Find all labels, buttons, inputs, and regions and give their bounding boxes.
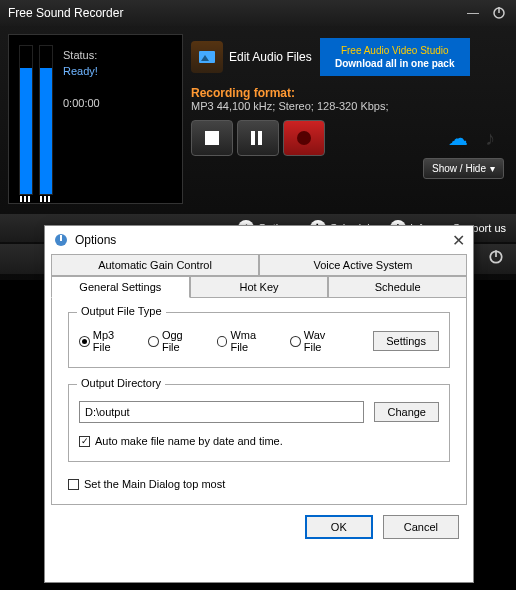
app-title: Free Sound Recorder [8, 6, 123, 20]
radio-mp3[interactable]: Mp3 File [79, 329, 134, 353]
cancel-button[interactable]: Cancel [383, 515, 459, 539]
radio-wma[interactable]: Wma File [217, 329, 276, 353]
promo-line1: Free Audio Video Studio [341, 45, 449, 56]
edit-audio-icon [191, 41, 223, 73]
topmost-checkbox[interactable] [68, 479, 79, 490]
stop-icon [205, 131, 219, 145]
power-button-2[interactable] [488, 249, 508, 269]
radio-icon [79, 336, 90, 347]
svg-rect-7 [60, 235, 62, 241]
pause-icon [251, 131, 265, 145]
radio-icon [290, 336, 301, 347]
cloud-icon[interactable]: ☁ [444, 126, 472, 150]
radio-icon [148, 336, 159, 347]
output-dir-input[interactable] [79, 401, 364, 423]
radio-wav[interactable]: Wav File [290, 329, 345, 353]
promo-line2: Download all in one pack [335, 58, 454, 69]
output-dir-legend: Output Directory [77, 377, 165, 389]
dialog-icon [53, 232, 69, 248]
format-label: Recording format: [191, 86, 504, 100]
radio-icon [217, 336, 228, 347]
settings-button[interactable]: Settings [373, 331, 439, 351]
topmost-label: Set the Main Dialog top most [84, 478, 225, 490]
autoname-label: Auto make file name by date and time. [95, 435, 283, 447]
minimize-button[interactable]: — [464, 4, 482, 22]
promo-banner[interactable]: Free Audio Video Studio Download all in … [320, 38, 470, 76]
tab-general[interactable]: General Settings [51, 276, 190, 298]
pause-button[interactable] [237, 120, 279, 156]
chevron-down-icon: ▾ [490, 163, 495, 174]
meter-panel: Status: Ready! 0:00:00 [8, 34, 183, 204]
autoname-checkbox[interactable] [79, 436, 90, 447]
dialog-title: Options [75, 233, 116, 247]
format-text: MP3 44,100 kHz; Stereo; 128-320 Kbps; [191, 100, 504, 112]
titlebar: Free Sound Recorder — [0, 0, 516, 26]
close-button[interactable]: ✕ [452, 231, 465, 250]
note-icon[interactable]: ♪ [476, 126, 504, 150]
tab-vas[interactable]: Voice Active System [259, 254, 467, 276]
stop-button[interactable] [191, 120, 233, 156]
edit-audio-button[interactable]: Edit Audio Files [191, 41, 312, 73]
status-time: 0:00:00 [63, 97, 100, 109]
record-button[interactable] [283, 120, 325, 156]
ok-button[interactable]: OK [305, 515, 373, 539]
tab-hotkey[interactable]: Hot Key [190, 276, 329, 298]
change-button[interactable]: Change [374, 402, 439, 422]
options-dialog: Options ✕ Automatic Gain Control Voice A… [44, 225, 474, 583]
tab-agc[interactable]: Automatic Gain Control [51, 254, 259, 276]
radio-ogg[interactable]: Ogg File [148, 329, 203, 353]
level-meter-left [19, 45, 33, 195]
svg-rect-2 [199, 51, 215, 63]
power-button[interactable] [490, 4, 508, 22]
level-meter-right [39, 45, 53, 195]
status-value: Ready! [63, 65, 100, 77]
show-hide-button[interactable]: Show / Hide ▾ [423, 158, 504, 179]
record-icon [297, 131, 311, 145]
status-label: Status: [63, 49, 100, 61]
tab-schedule[interactable]: Schedule [328, 276, 467, 298]
output-type-legend: Output File Type [77, 305, 166, 317]
